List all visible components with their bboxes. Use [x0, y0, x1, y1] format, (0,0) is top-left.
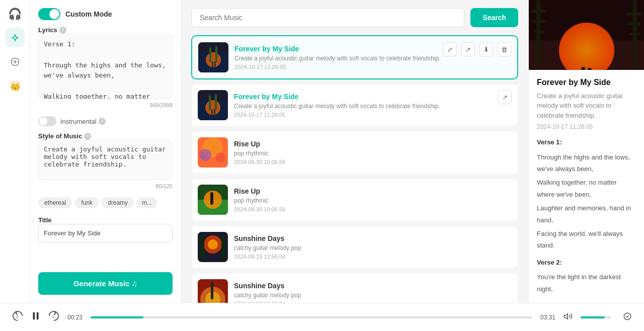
svg-rect-40 [535, 40, 543, 43]
right-panel: Forever by My Side Create a joyful acous… [528, 0, 644, 303]
song-title-6: Sunshine Days [234, 282, 512, 290]
end-icon[interactable] [623, 312, 632, 323]
svg-rect-23 [210, 192, 213, 205]
lyrics-line-1: Through the highs and the lows, we've al… [537, 151, 636, 175]
custom-mode-toggle[interactable] [38, 8, 60, 20]
share-icon-2[interactable]: ↗ [498, 90, 512, 104]
song-card-3[interactable]: Rise Up pop rhythmic 2024-09-30 10:06:56 [191, 131, 518, 174]
lyrics-help-icon[interactable]: ? [59, 27, 66, 34]
song-card-5[interactable]: Sunshine Days catchy guitar melody pop 2… [191, 225, 518, 269]
song-actions-2: ↗ [498, 90, 512, 104]
song-thumb-2 [198, 90, 228, 120]
right-song-title: Forever by My Side [537, 78, 636, 87]
rewind-15-icon[interactable]: 15 [12, 310, 23, 324]
tag-more[interactable]: m... [137, 197, 157, 208]
song-date-3: 2024-09-30 10:06:56 [234, 159, 512, 165]
song-card-6[interactable]: Sunshine Days catchy guitar melody pop 2… [191, 273, 518, 303]
sidebar-item-premium[interactable]: 👑 [6, 76, 25, 96]
song-date-6: 2024-09-19 12:56:04 [234, 301, 512, 303]
generate-button[interactable]: Generate Music ♫ [38, 272, 173, 295]
svg-rect-14 [211, 109, 213, 115]
right-details: Forever by My Side Create a joyful acous… [529, 70, 644, 303]
total-time: 03:31 [540, 314, 555, 321]
lyrics-line-4: Facing the world, we'll always stand. [537, 228, 636, 252]
song-date-1: 2024-10-17 11:26:05 [234, 64, 511, 70]
share-icon-1[interactable]: ↗ [461, 42, 475, 56]
svg-point-0 [13, 36, 17, 40]
svg-rect-5 [209, 47, 211, 62]
svg-rect-44 [629, 33, 640, 35]
song-thumb-6 [198, 279, 228, 303]
style-char-count: 80/120 [38, 183, 173, 189]
svg-rect-15 [214, 109, 215, 115]
lyrics-input[interactable]: Verse 1: Through the highs and the lows,… [38, 34, 173, 99]
svg-rect-43 [628, 23, 641, 25]
lyrics-label: Lyrics ? [38, 26, 173, 34]
sidebar-item-music[interactable] [6, 28, 25, 47]
svg-rect-13 [215, 94, 217, 110]
song-card-4[interactable]: Rise Up pop rhythmic 2024-09-30 10:06:56 [191, 178, 518, 221]
lyrics-section: Lyrics ? Verse 1: Through the highs and … [38, 26, 173, 108]
svg-point-18 [199, 149, 211, 161]
tag-funk[interactable]: funk [75, 197, 99, 208]
svg-point-26 [208, 239, 218, 250]
right-desc: Create a joyful acoustic guitar melody w… [537, 91, 636, 121]
right-date: 2024-10-17 11:26:05 [537, 123, 636, 130]
song-date-4: 2024-09-30 10:06:56 [234, 206, 512, 212]
search-input[interactable] [191, 8, 464, 27]
song-thumb-3 [198, 137, 228, 168]
verse-1-label: Verse 1: [537, 136, 636, 148]
svg-rect-12 [209, 95, 211, 110]
svg-rect-53 [37, 312, 39, 320]
style-section: Style of Music ? Create a joyful acousti… [38, 132, 173, 189]
play-pause-button[interactable] [30, 310, 41, 324]
lyrics-char-count: 369/2999 [38, 102, 173, 108]
svg-rect-7 [212, 61, 213, 67]
expand-icon[interactable]: ⤢ [443, 42, 457, 56]
tag-ethereal[interactable]: ethereal [38, 197, 72, 208]
custom-mode-label: Custom Mode [65, 10, 112, 18]
current-time: 00:23 [67, 314, 83, 321]
style-input[interactable]: Create a joyful acoustic guitar melody w… [38, 140, 173, 180]
title-input[interactable] [38, 224, 173, 242]
player-controls: 15 15 [12, 310, 59, 324]
svg-marker-55 [565, 313, 568, 319]
download-icon-1[interactable]: ⬇ [479, 42, 493, 56]
svg-point-19 [215, 152, 225, 162]
instrumental-row: Instrumental ? [38, 116, 173, 126]
search-bar-row: Search [181, 0, 528, 35]
instrumental-toggle[interactable] [38, 116, 56, 126]
player-bar: 15 15 00:23 03:31 [0, 303, 644, 331]
svg-rect-39 [534, 30, 544, 33]
svg-rect-38 [533, 20, 545, 23]
style-help-icon[interactable]: ? [84, 133, 91, 140]
sidebar-item-compose[interactable] [6, 52, 25, 71]
search-button[interactable]: Search [470, 8, 518, 27]
song-desc-6: catchy guitar melody pop [234, 292, 512, 299]
title-section: Title [38, 214, 173, 242]
progress-bar[interactable] [91, 316, 532, 318]
instrumental-help-icon[interactable]: ? [99, 118, 106, 125]
volume-bar[interactable] [581, 316, 611, 318]
song-card-2[interactable]: Forever by My Side Create a joyful acous… [191, 84, 518, 127]
volume-icon[interactable] [564, 312, 573, 323]
custom-mode-row: Custom Mode [38, 8, 173, 20]
lyrics-line-2: Walking together, no matter where we've … [537, 177, 636, 200]
right-lyrics: Verse 1: Through the highs and the lows,… [537, 136, 636, 295]
title-label: Title [38, 216, 173, 224]
svg-rect-42 [627, 13, 642, 16]
song-thumb-4 [198, 185, 228, 215]
verse-2-label: Verse 2: [537, 257, 636, 268]
song-date-2: 2024-10-17 11:26:05 [234, 112, 512, 118]
volume-fill [581, 316, 605, 318]
forward-15-icon[interactable]: 15 [48, 310, 59, 324]
song-title-5: Sunshine Days [234, 234, 512, 242]
song-desc-5: catchy guitar melody pop [234, 244, 512, 252]
svg-rect-6 [215, 46, 217, 62]
delete-icon-1[interactable]: 🗑 [497, 42, 511, 56]
song-card-1[interactable]: Forever by My Side Create a joyful acous… [191, 35, 518, 79]
svg-rect-28 [221, 236, 225, 260]
lyrics-line-3: Laughter and memories, hand in hand, [537, 202, 636, 226]
left-panel: Custom Mode Lyrics ? Verse 1: Through th… [30, 0, 181, 303]
tag-dreamy[interactable]: dreamy [102, 197, 134, 208]
